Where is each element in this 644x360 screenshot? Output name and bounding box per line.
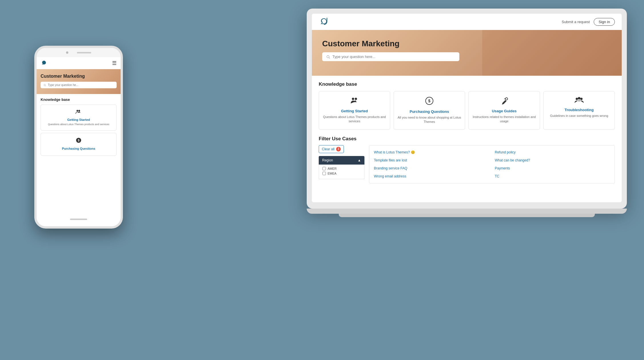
kb-card-getting-started[interactable]: Getting Started Questions about Lotus Th… (319, 91, 390, 130)
chevron-up-icon: ▲ (358, 158, 361, 162)
phone-notch (37, 48, 121, 57)
article-template-files[interactable]: Template files are lost (374, 157, 489, 164)
phone-home-indicator (37, 212, 121, 226)
nav-right: Submit a request Sign in (562, 18, 615, 26)
svg-text:$: $ (78, 139, 79, 142)
svg-rect-16 (78, 112, 80, 112)
svg-point-12 (44, 84, 45, 85)
troubleshooting-icon (547, 97, 611, 105)
troubleshooting-title: Troubleshooting (547, 108, 611, 112)
filter-options-list: AMER EMEA (319, 165, 364, 179)
phone-screen: ☰ Customer Marketing Knowledge base (37, 57, 121, 212)
svg-point-10 (578, 97, 581, 100)
phone-camera (66, 51, 68, 54)
svg-line-13 (45, 85, 46, 86)
phone-device: ☰ Customer Marketing Knowledge base (34, 46, 123, 229)
phone-body: ☰ Customer Marketing Knowledge base (34, 46, 123, 229)
search-input[interactable] (332, 55, 455, 59)
svg-text:$: $ (428, 99, 430, 103)
kb-cards-grid: Getting Started Questions about Lotus Th… (319, 91, 615, 130)
laptop-body: Submit a request Sign in Customer Market… (307, 9, 627, 209)
laptop-navbar: Submit a request Sign in (312, 14, 622, 30)
phone-search-input[interactable] (48, 83, 114, 87)
article-lotus-themes[interactable]: What is Lotus Themes? 😊 (374, 149, 489, 156)
clear-all-badge: 3 (336, 147, 341, 151)
filter-option-amer[interactable]: AMER (322, 167, 361, 170)
filter-option-emea[interactable]: EMEA (322, 172, 361, 175)
purchasing-icon: $ (397, 97, 461, 107)
svg-point-2 (352, 98, 354, 100)
phone-main-content: Knowledge base Getting Started Questions… (37, 94, 121, 161)
svg-point-0 (327, 55, 329, 58)
phone-hero: Customer Marketing (37, 69, 121, 94)
main-content: Knowledge base Getting Started (312, 76, 622, 201)
svg-point-3 (355, 98, 357, 100)
clear-all-button[interactable]: Clear all 3 (319, 145, 344, 153)
filter-checkbox-amer[interactable] (322, 167, 326, 170)
phone-getting-started-title: Getting Started (44, 118, 113, 121)
filter-option-emea-label: EMEA (328, 172, 336, 175)
articles-grid: What is Lotus Themes? 😊 Refund policy Te… (369, 145, 615, 183)
purchasing-desc: All you need to know about shopping at L… (397, 115, 461, 124)
hero-search-box[interactable] (322, 52, 459, 61)
kb-card-purchasing[interactable]: $ Purchasing Questions All you need to k… (394, 91, 465, 130)
laptop-screen: Submit a request Sign in Customer Market… (312, 14, 622, 202)
phone-speaker (77, 52, 91, 53)
filter-checkbox-emea[interactable] (322, 172, 326, 175)
laptop-base (307, 209, 627, 214)
filter-section-title: Filter Use Cases (319, 136, 615, 142)
phone-card-getting-started[interactable]: Getting Started Questions about Lotus Th… (41, 105, 117, 131)
phone-getting-started-icon (44, 109, 113, 116)
filter-articles-panel: What is Lotus Themes? 😊 Refund policy Te… (369, 145, 615, 183)
phone-card-purchasing[interactable]: $ Purchasing Questions (41, 133, 117, 156)
article-payments[interactable]: Payments (495, 165, 610, 172)
phone-logo (41, 60, 47, 66)
clear-all-label: Clear all (322, 147, 334, 151)
svg-point-11 (580, 98, 583, 100)
submit-request-link[interactable]: Submit a request (562, 20, 590, 24)
zendesk-logo (319, 17, 329, 26)
troubleshooting-desc: Guidelines in case something goes wrong (547, 114, 611, 118)
article-wrong-email[interactable]: Wrong email address (374, 173, 489, 180)
svg-point-14 (77, 110, 78, 111)
hero-title: Customer Marketing (322, 39, 611, 48)
phone-purchasing-title: Purchasing Questions (44, 147, 113, 150)
phone-kb-title: Knowledge base (41, 97, 117, 102)
search-icon (326, 55, 330, 59)
article-tc[interactable]: TC (495, 173, 610, 180)
getting-started-title: Getting Started (322, 109, 386, 113)
usage-icon (472, 97, 536, 107)
phone-navbar: ☰ (37, 57, 121, 69)
phone-search-icon (43, 84, 46, 87)
sign-in-button[interactable]: Sign in (594, 18, 615, 26)
kb-card-troubleshooting[interactable]: Troubleshooting Guidelines in case somet… (543, 91, 615, 130)
filter-option-amer-label: AMER (328, 167, 337, 170)
purchasing-title: Purchasing Questions (397, 109, 461, 114)
laptop-foot (339, 214, 595, 217)
svg-rect-4 (354, 101, 356, 102)
region-label: Region (322, 158, 333, 162)
filter-area: Clear all 3 Region ▲ AMER (319, 145, 615, 183)
phone-purchasing-icon: $ (44, 137, 113, 145)
phone-menu-icon[interactable]: ☰ (112, 60, 117, 66)
article-refund-policy[interactable]: Refund policy (495, 149, 610, 156)
hero-section: Customer Marketing (312, 30, 622, 76)
laptop-device: Submit a request Sign in Customer Market… (307, 9, 627, 223)
getting-started-desc: Questions about Lotus Themes products an… (322, 115, 386, 124)
article-what-changed[interactable]: What can be changed? (495, 157, 610, 164)
region-filter-header[interactable]: Region ▲ (319, 156, 364, 165)
svg-point-8 (505, 98, 508, 100)
svg-point-9 (576, 98, 578, 100)
phone-hero-title: Customer Marketing (41, 74, 117, 79)
usage-title: Usage Guides (472, 109, 536, 113)
phone-getting-started-desc: Questions about Lotus Themes products an… (44, 123, 113, 126)
region-filter-group: Region ▲ AMER EMEA (319, 156, 364, 179)
article-branding-faq[interactable]: Branding service FAQ (374, 165, 489, 172)
getting-started-icon (322, 97, 386, 107)
kb-card-usage[interactable]: Usage Guides Instructions related to the… (468, 91, 540, 130)
svg-line-1 (329, 57, 330, 58)
svg-rect-5 (354, 102, 357, 102)
phone-search-box[interactable] (41, 82, 117, 88)
svg-rect-17 (78, 112, 81, 113)
usage-desc: Instructions related to themes installat… (472, 115, 536, 124)
